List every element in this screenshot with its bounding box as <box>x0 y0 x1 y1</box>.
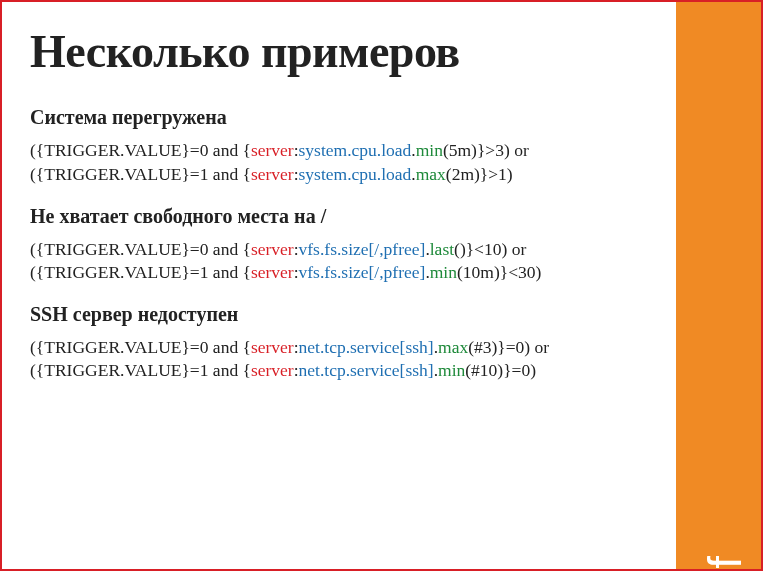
expr-text: ({TRIGGER.VALUE}=1 and { <box>30 164 251 184</box>
expr-func: min <box>430 262 457 282</box>
trigger-expression: ({TRIGGER.VALUE}=0 and {server:system.cp… <box>30 139 661 186</box>
expr-func: min <box>416 140 443 160</box>
expr-key: vfs.fs.size[/,pfree] <box>299 239 426 259</box>
trigger-expression: ({TRIGGER.VALUE}=0 and {server:net.tcp.s… <box>30 336 661 383</box>
expr-tail: (10m)}<30) <box>457 262 541 282</box>
expr-tail: (#10)}=0) <box>465 360 536 380</box>
expr-text: ({TRIGGER.VALUE}=0 and { <box>30 140 251 160</box>
expr-key: vfs.fs.size[/,pfree] <box>299 262 426 282</box>
slide-content: Несколько примеров Система перегружена (… <box>30 28 661 401</box>
expr-tail: (#3)}=0) or <box>468 337 549 357</box>
expr-tail: ()}<10) or <box>454 239 526 259</box>
slide: RootConf Несколько примеров Система пере… <box>0 0 763 571</box>
expr-host: server <box>251 337 294 357</box>
slide-title: Несколько примеров <box>30 28 661 76</box>
expr-tail: (2m)}>1) <box>446 164 513 184</box>
expr-func: max <box>416 164 446 184</box>
expr-text: ({TRIGGER.VALUE}=0 and { <box>30 239 251 259</box>
expr-text: ({TRIGGER.VALUE}=0 and { <box>30 337 251 357</box>
trigger-expression: ({TRIGGER.VALUE}=0 and {server:vfs.fs.si… <box>30 238 661 285</box>
expr-key: system.cpu.load <box>299 140 412 160</box>
expr-key: system.cpu.load <box>299 164 412 184</box>
section-heading: SSH сервер недоступен <box>30 303 661 326</box>
expr-tail: (5m)}>3) or <box>443 140 529 160</box>
expr-key: net.tcp.service[ssh] <box>299 360 434 380</box>
section-heading: Не хватает свободного места на / <box>30 205 661 228</box>
expr-func: max <box>438 337 468 357</box>
expr-host: server <box>251 360 294 380</box>
section-heading: Система перегружена <box>30 106 661 129</box>
expr-host: server <box>251 164 294 184</box>
expr-host: server <box>251 239 294 259</box>
brand-sidebar: RootConf <box>676 2 761 569</box>
brand-logo: RootConf <box>702 557 749 571</box>
expr-host: server <box>251 140 294 160</box>
expr-text: ({TRIGGER.VALUE}=1 and { <box>30 262 251 282</box>
expr-func: min <box>438 360 465 380</box>
brand-conf: Conf <box>699 557 751 571</box>
expr-func: last <box>430 239 454 259</box>
expr-key: net.tcp.service[ssh] <box>299 337 434 357</box>
expr-text: ({TRIGGER.VALUE}=1 and { <box>30 360 251 380</box>
expr-host: server <box>251 262 294 282</box>
